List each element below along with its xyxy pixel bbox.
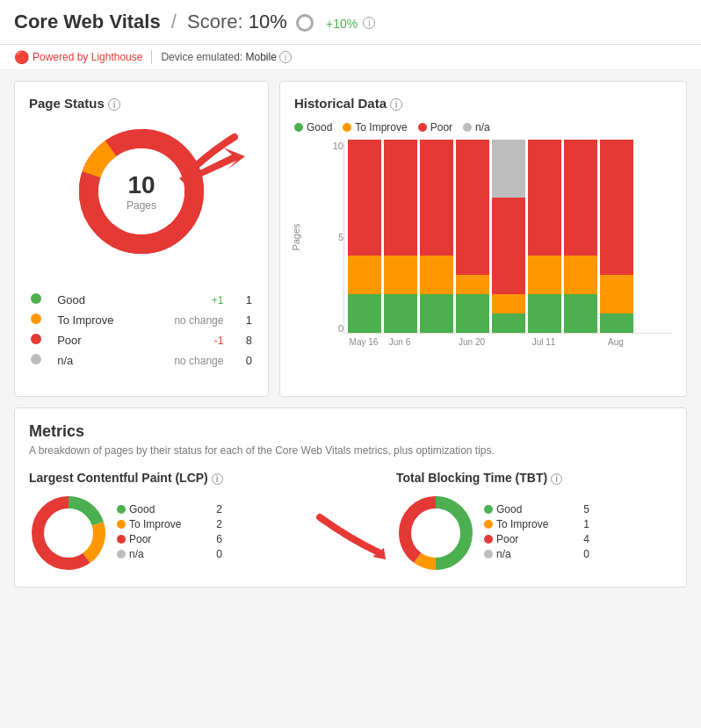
bar-segment xyxy=(348,140,381,256)
page-status-legend: Good +1 1 To Improve no change 1 Poor -1… xyxy=(29,290,254,371)
metric-legend-row: Poor 6 xyxy=(117,533,222,545)
historical-info-icon[interactable]: i xyxy=(390,98,402,111)
legend-dot xyxy=(31,354,41,364)
metric-info-icon[interactable]: i xyxy=(212,473,223,485)
metric-legend-dot xyxy=(484,535,493,544)
legend-dot-cell xyxy=(29,290,55,310)
bar-segment xyxy=(600,140,633,275)
bar-segment xyxy=(420,256,453,294)
legend-dot-cell xyxy=(29,350,55,371)
legend-circle xyxy=(343,123,351,132)
legend-dot xyxy=(31,334,41,344)
bar-group xyxy=(528,140,561,333)
bar-segment xyxy=(492,314,525,333)
lighthouse-icon: 🔴 xyxy=(14,50,29,64)
chart-legend-item: Good xyxy=(294,121,332,133)
bar-segment xyxy=(456,294,489,333)
legend-circle xyxy=(294,123,303,132)
legend-delta: no change xyxy=(126,310,225,330)
metrics-card: Metrics A breakdown of pages by their st… xyxy=(14,407,687,587)
lighthouse-badge: 🔴 Powered by Lighthouse xyxy=(14,50,142,64)
x-label: May 16 xyxy=(347,337,380,347)
metric-info-icon[interactable]: i xyxy=(551,473,562,485)
page-status-arrow xyxy=(175,130,245,185)
legend-dot-cell xyxy=(29,330,55,350)
page-status-title: Page Status i xyxy=(29,96,254,111)
metric-legend-value: 4 xyxy=(583,533,589,545)
metric-legend-row: Good 5 xyxy=(484,503,589,515)
metric-legend: Good 5 To Improve 1 Poor 4 n/a 0 xyxy=(484,503,589,563)
bar-segment xyxy=(348,294,381,333)
metric-title: Largest Contentful Paint (LCP) i xyxy=(29,471,305,485)
metric-legend-dot xyxy=(117,535,126,544)
x-label: Aug xyxy=(599,337,632,347)
subheader-bar: 🔴 Powered by Lighthouse Device emulated:… xyxy=(0,45,701,70)
x-label xyxy=(419,337,452,347)
bar-segment xyxy=(528,256,561,294)
legend-dot-cell xyxy=(29,310,55,330)
metric-legend-row: Good 2 xyxy=(117,503,222,515)
bar-segment xyxy=(420,140,453,256)
svg-point-10 xyxy=(45,509,92,557)
metric-content-row: Good 2 To Improve 2 Poor 6 n/a 0 xyxy=(29,494,305,573)
metric-title: Total Blocking Time (TBT) i xyxy=(396,471,672,485)
score-circle-icon xyxy=(296,14,314,32)
metric-legend-row: n/a 0 xyxy=(484,548,589,560)
y-labels: 10 5 0 xyxy=(322,141,343,334)
bar-segment xyxy=(600,275,633,314)
metric-legend-label: Good xyxy=(496,503,522,515)
historical-title: Historical Data i xyxy=(294,96,672,111)
x-label: Jun 6 xyxy=(383,337,416,347)
score-info-icon[interactable]: i xyxy=(363,17,375,29)
legend-dot xyxy=(31,293,41,304)
metric-legend-dot xyxy=(117,505,126,514)
metric-legend-label: n/a xyxy=(129,548,144,560)
bar-group xyxy=(456,140,489,333)
bar-chart-area: Pages 10 5 0 May 16Jun 6Jun 20Jul 11Aug xyxy=(294,141,672,368)
metric-content-row: Good 5 To Improve 1 Poor 4 n/a 0 xyxy=(396,494,672,573)
svg-marker-5 xyxy=(184,134,245,183)
bar-segment xyxy=(348,256,381,294)
bar-segment xyxy=(384,256,417,294)
y-axis-label: Pages xyxy=(291,223,301,250)
legend-dot xyxy=(31,314,41,324)
metric-legend-label: To Improve xyxy=(129,518,181,530)
metric-legend: Good 2 To Improve 2 Poor 6 n/a 0 xyxy=(117,503,222,563)
legend-delta: no change xyxy=(126,350,225,371)
x-labels: May 16Jun 6Jun 20Jul 11Aug xyxy=(322,337,672,347)
bar-group xyxy=(348,140,381,333)
page-status-info-icon[interactable]: i xyxy=(108,98,120,111)
metric-legend-value: 6 xyxy=(216,533,222,545)
metric-legend-dot xyxy=(117,550,126,559)
page-header: Core Web Vitals / Score: 10% +10% i xyxy=(0,0,701,45)
bar-segment xyxy=(384,140,417,256)
bar-segment xyxy=(456,140,489,275)
bar-group xyxy=(564,140,597,333)
metric-donut xyxy=(396,494,475,573)
chart-legend: GoodTo ImprovePoorn/a xyxy=(294,121,672,133)
legend-label: n/a xyxy=(55,350,126,371)
metric-legend-value: 2 xyxy=(216,518,222,530)
bar-group xyxy=(492,140,525,333)
device-info-icon[interactable]: i xyxy=(279,51,292,63)
device-value: Mobile xyxy=(245,51,276,63)
metric-legend-dot xyxy=(484,505,493,514)
device-label: Device emulated: xyxy=(161,51,242,63)
bar-segment xyxy=(456,275,489,294)
metric-legend-value: 0 xyxy=(216,548,222,560)
page-status-card: Page Status i xyxy=(14,81,269,397)
metric-legend-dot xyxy=(117,520,126,529)
legend-delta: +1 xyxy=(126,290,225,310)
metric-legend-label: Poor xyxy=(129,533,151,545)
bar-segment xyxy=(600,314,633,333)
x-label: Jun 20 xyxy=(455,337,488,347)
donut-center: 10 Pages xyxy=(126,171,156,212)
svg-point-15 xyxy=(412,509,459,557)
chart-legend-item: n/a xyxy=(463,121,490,133)
metrics-row: Largest Contentful Paint (LCP) i Good 2 … xyxy=(29,471,672,573)
metric-legend-row: n/a 0 xyxy=(117,548,222,560)
x-label: Jul 11 xyxy=(527,337,560,347)
bar-segment xyxy=(492,198,525,294)
metrics-title: Metrics xyxy=(29,422,672,441)
legend-count: 1 xyxy=(225,290,254,310)
